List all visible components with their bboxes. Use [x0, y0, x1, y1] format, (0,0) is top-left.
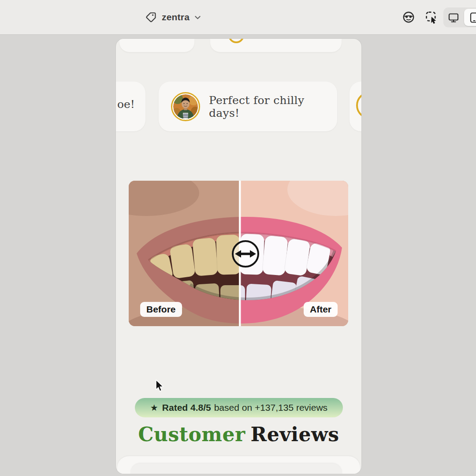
section-heading: CustomerReviews	[116, 423, 361, 446]
testimonial-fragment-text: oe!	[117, 98, 135, 111]
previous-section-card-fragment	[210, 39, 342, 52]
rating-review-count: based on +137,135 reviews	[214, 402, 327, 413]
mobile-view-button[interactable]	[464, 9, 476, 26]
star-icon: ★	[150, 402, 158, 413]
mobile-preview-panel: oe!	[116, 39, 361, 474]
chevron-down-icon	[194, 14, 201, 21]
avatar	[171, 92, 200, 121]
testimonial-text: Perfect for chilly days!	[209, 94, 337, 119]
previous-section-card-fragment	[119, 39, 194, 52]
after-label: After	[304, 302, 338, 317]
app-window: zentra	[0, 0, 476, 476]
before-label: Before	[140, 302, 182, 317]
tag-icon	[145, 11, 157, 23]
incognito-face-icon[interactable]	[402, 11, 415, 24]
rating-badge: ★ Rated 4.8/5 based on +137,135 reviews	[135, 398, 343, 417]
avatar-ring-partial	[356, 92, 361, 119]
mobile-phone-icon	[469, 12, 476, 23]
heading-rest-word: Reviews	[251, 423, 339, 446]
testimonial-card-current[interactable]: Perfect for chilly days!	[159, 82, 337, 131]
review-item-fragment	[130, 464, 342, 474]
desktop-monitor-icon	[448, 12, 459, 23]
editor-topbar: zentra	[0, 0, 476, 35]
slider-drag-handle[interactable]	[233, 241, 258, 267]
heading-accent-word: Customer	[138, 423, 245, 446]
before-after-slider[interactable]: Before After	[129, 181, 348, 326]
desktop-view-button[interactable]	[443, 7, 464, 27]
rating-score: Rated 4.8/5	[162, 402, 211, 413]
brand-name: zentra	[162, 12, 190, 22]
viewport-toggle	[443, 7, 476, 27]
brand-switcher-dropdown[interactable]: zentra	[145, 6, 201, 28]
testimonial-card-next[interactable]	[350, 82, 361, 131]
testimonial-card-previous[interactable]: oe!	[116, 82, 145, 131]
mouse-cursor	[154, 379, 165, 395]
select-element-icon[interactable]	[425, 11, 439, 24]
